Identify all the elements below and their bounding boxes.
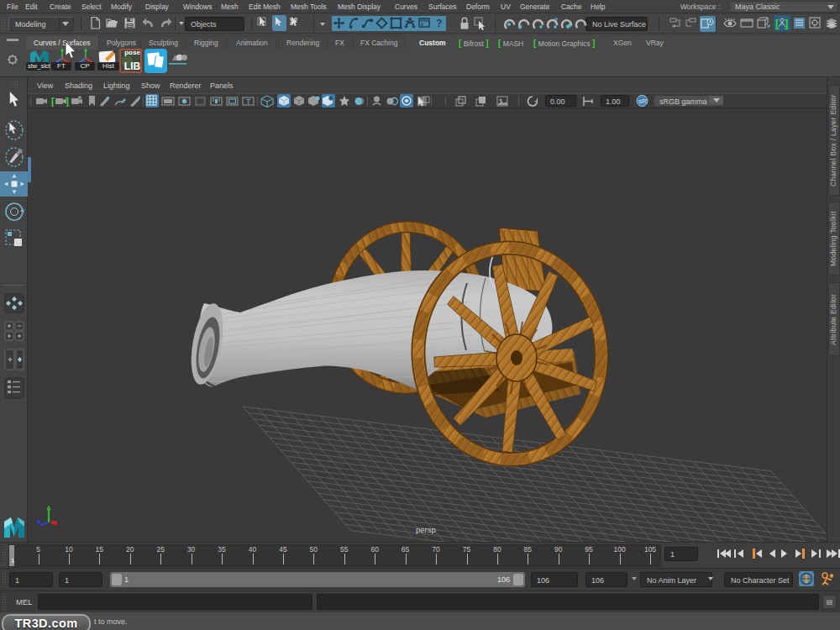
svg-text:?: ? — [436, 18, 442, 29]
svg-text:persp: persp — [416, 525, 436, 534]
svg-text:]: ] — [66, 96, 69, 107]
svg-text:sR: sR — [638, 97, 647, 105]
svg-text:[: [ — [775, 17, 780, 29]
svg-text:[: [ — [51, 96, 55, 107]
svg-text:]: ] — [785, 17, 788, 29]
svg-text:T: T — [246, 97, 251, 106]
